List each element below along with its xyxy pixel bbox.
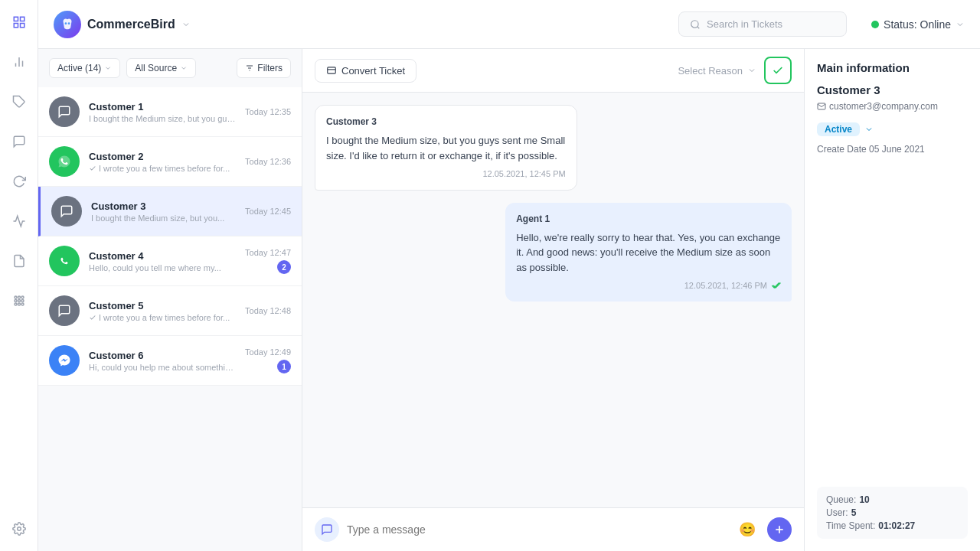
active-filter-btn[interactable]: Active (14) — [49, 58, 120, 78]
message-sender: Agent 1 — [516, 212, 781, 226]
filters-btn[interactable]: Filters — [237, 58, 291, 78]
message-left: Customer 3 I bought the Medium size, but… — [315, 105, 577, 191]
sidebar-icon-analytics[interactable] — [6, 208, 32, 234]
svg-point-20 — [691, 20, 698, 27]
status-badge: Active — [817, 122, 860, 136]
emoji-btn[interactable]: 😊 — [735, 517, 760, 542]
sidebar-icon-grid[interactable] — [6, 9, 32, 35]
svg-point-12 — [18, 300, 20, 302]
ticket-name: Customer 3 — [91, 201, 236, 212]
ticket-item[interactable]: Customer 4 Hello, could you tell me wher… — [38, 236, 302, 286]
svg-point-10 — [21, 296, 24, 298]
ticket-items: Customer 1 I bought the Medium size, but… — [38, 87, 302, 551]
svg-rect-3 — [20, 24, 24, 28]
ticket-item[interactable]: Customer 2 I wrote you a few times befor… — [38, 137, 302, 187]
header: CommerceBird Search in Tickets Status: O… — [38, 0, 980, 49]
ticket-preview: I wrote you a few times before for... — [89, 164, 236, 173]
check-icon — [772, 64, 784, 77]
avatar — [49, 246, 80, 276]
svg-point-9 — [18, 296, 20, 298]
ticket-item-active[interactable]: Customer 3 I bought the Medium size, but… — [38, 187, 302, 236]
message-text: I bought the Medium size, but you guys s… — [326, 135, 565, 161]
create-date-value: 05 June 2021 — [869, 144, 925, 155]
svg-rect-1 — [20, 17, 24, 21]
ticket-meta: Today 12:36 — [245, 157, 291, 166]
sidebar-icon-chart[interactable] — [6, 49, 32, 75]
ticket-time: Today 12:45 — [245, 207, 291, 216]
ticket-item[interactable]: Customer 1 I bought the Medium size, but… — [38, 87, 302, 137]
queue-label: Queue: — [826, 494, 856, 505]
info-panel: Main information Customer 3 customer3@co… — [804, 49, 980, 551]
confirm-btn[interactable] — [764, 57, 792, 84]
chat-header: Convert Ticket Select Reason — [302, 49, 804, 93]
info-stats: Queue: 10 User: 5 Time Spent: 01:02:27 — [817, 487, 968, 539]
ticket-filters: Active (14) All Source Filters — [38, 49, 302, 87]
sidebar-icon-document[interactable] — [6, 248, 32, 274]
search-box[interactable]: Search in Tickets — [678, 11, 847, 37]
message-bubble: Customer 3 I bought the Medium size, but… — [315, 105, 577, 191]
ticket-meta: Today 12:49 1 — [245, 347, 291, 373]
ticket-badge: 2 — [277, 260, 291, 274]
queue-value: 10 — [859, 494, 869, 505]
search-placeholder: Search in Tickets — [707, 18, 782, 30]
convert-icon — [326, 65, 337, 76]
status-dropdown-icon[interactable] — [956, 20, 965, 29]
avatar — [51, 196, 82, 227]
svg-rect-0 — [14, 17, 18, 21]
sidebar-icon-apps[interactable] — [6, 288, 32, 314]
ticket-time: Today 12:48 — [245, 306, 291, 315]
ticket-preview: I wrote you a few times before for... — [89, 313, 236, 322]
ticket-time: Today 12:47 — [245, 248, 291, 257]
svg-line-21 — [697, 26, 700, 28]
source-filter-btn[interactable]: All Source — [126, 58, 196, 78]
sidebar-icon-chat[interactable] — [6, 129, 32, 155]
source-filter-label: All Source — [135, 63, 177, 73]
info-customer-name: Customer 3 — [817, 83, 968, 96]
message-time: 12.05.2021, 12:45 PM — [326, 168, 566, 181]
status-area: Status: Online — [871, 18, 965, 31]
ticket-name: Customer 6 — [89, 350, 236, 361]
email-icon — [817, 102, 826, 111]
search-icon — [690, 19, 701, 30]
send-btn[interactable] — [767, 517, 792, 542]
ticket-item[interactable]: Customer 5 I wrote you a few times befor… — [38, 286, 302, 336]
svg-point-17 — [17, 527, 21, 531]
avatar — [49, 345, 80, 376]
user-stat: User: 5 — [826, 507, 959, 518]
ticket-meta: Today 12:45 — [245, 207, 291, 216]
ticket-time: Today 12:36 — [245, 157, 291, 166]
plus-icon — [773, 523, 786, 536]
sidebar-icon-tag[interactable] — [6, 89, 32, 115]
status-label: Status: Online — [884, 18, 951, 31]
user-value: 5 — [851, 507, 857, 518]
svg-point-8 — [15, 296, 17, 298]
logo-area: CommerceBird — [54, 11, 191, 38]
convert-ticket-btn[interactable]: Convert Ticket — [315, 59, 416, 83]
svg-point-19 — [68, 22, 70, 24]
ticket-item[interactable]: Customer 6 Hi, could you help me about s… — [38, 336, 302, 386]
ticket-info: Customer 6 Hi, could you help me about s… — [89, 350, 236, 372]
ticket-name: Customer 5 — [89, 300, 236, 311]
message-bubble-right: Agent 1 Hello, we're really sorry to hea… — [505, 203, 792, 302]
info-status-row: Active — [817, 122, 968, 136]
status-chevron-icon[interactable] — [864, 125, 874, 134]
avatar — [49, 96, 80, 127]
user-label: User: — [826, 507, 848, 518]
message-text: Hello, we're really sorry to hear that. … — [516, 232, 780, 273]
source-filter-chevron — [180, 64, 188, 72]
sidebar-icon-refresh[interactable] — [6, 168, 32, 194]
info-email: customer3@company.com — [817, 101, 968, 112]
logo-icon — [54, 11, 81, 38]
ticket-info: Customer 5 I wrote you a few times befor… — [89, 300, 236, 322]
message-input[interactable] — [347, 523, 727, 536]
svg-point-14 — [15, 303, 17, 305]
avatar — [49, 295, 80, 326]
message-icon — [315, 517, 339, 542]
sidebar-icon-settings[interactable] — [6, 516, 32, 542]
app-dropdown-icon[interactable] — [181, 20, 191, 29]
chat-footer: 😊 — [302, 507, 804, 551]
select-reason-dropdown[interactable]: Select Reason — [678, 65, 756, 77]
avatar — [49, 146, 80, 177]
ticket-name: Customer 1 — [89, 101, 236, 112]
active-filter-chevron — [104, 64, 112, 72]
